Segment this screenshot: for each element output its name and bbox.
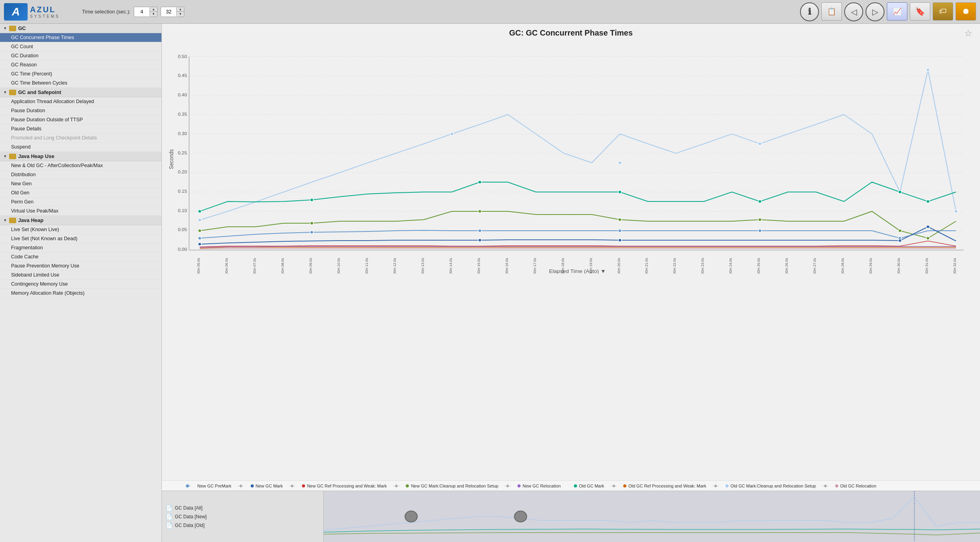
time-end-arrows: ▲ ▼	[177, 7, 184, 17]
legend-new-gc-relocation: New GC Relocation	[517, 483, 561, 488]
sidebar-item-distribution[interactable]: Distribution	[0, 170, 161, 179]
sidebar-item-memory-allocation[interactable]: Memory Allocation Rate (Objects)	[0, 289, 161, 298]
sidebar-group-gc-header[interactable]: ▼ GC	[0, 24, 161, 33]
legend-old-gc-mark: Old GC Mark	[573, 483, 604, 488]
sidebar-item-live-set-unknown[interactable]: Live Set (Not Known as Dead)	[0, 234, 161, 243]
legend-area: New GC PreMark -◆- New GC Mark -◆- New G…	[162, 480, 980, 491]
time-start-value: 4	[134, 8, 150, 16]
record-button[interactable]: ⏺	[956, 2, 976, 21]
svg-point-54	[618, 229, 622, 232]
svg-text:00h 00m 05.0s: 00h 00m 05.0s	[197, 258, 200, 274]
legend-label-old-gc-relocation: Old GC Relocation	[840, 484, 877, 488]
gc-folder-icon	[9, 26, 16, 31]
sidebar-item-gc-time-between[interactable]: GC Time Between Cycles	[0, 79, 161, 88]
gc-safepoint-folder-icon	[9, 90, 16, 95]
sidebar-item-gc-count[interactable]: GC Count	[0, 42, 161, 51]
sidebar-item-sideband[interactable]: Sideband Limited Use	[0, 271, 161, 280]
svg-text:0.35: 0.35	[178, 112, 187, 117]
sidebar-item-gc-time-percent[interactable]: GC Time (Percent)	[0, 70, 161, 79]
bottom-item-gc-new[interactable]: 📄 GC Data [New]	[166, 514, 319, 520]
legend-new-gc-mark: New GC Mark	[250, 483, 283, 488]
sidebar-item-fragmentation[interactable]: Fragmentation	[0, 243, 161, 252]
legend-label-new-gc-cleanup: New GC Mark:Cleanup and Relocation Setup	[411, 484, 498, 488]
bookmark2-button[interactable]: 🏷	[933, 2, 953, 21]
svg-text:00h 00m 29.0s: 00h 00m 29.0s	[869, 258, 873, 274]
x-axis-label: Elapsed Time (Auto) ▼	[549, 268, 606, 274]
bookmark-button[interactable]: 🔖	[910, 2, 930, 21]
legend-label-new-gc-mark: New GC Mark	[256, 484, 283, 488]
time-end-value: 32	[161, 8, 177, 16]
svg-point-84	[405, 511, 417, 522]
time-start-down[interactable]: ▼	[150, 12, 157, 17]
svg-point-59	[618, 239, 622, 242]
svg-text:00h 00m 30.0s: 00h 00m 30.0s	[897, 258, 901, 274]
top-bar: A AZUL SYSTEMS Time selection (sec.): 4 …	[0, 0, 980, 24]
sidebar-item-gc-duration[interactable]: GC Duration	[0, 51, 161, 60]
sidebar-group-gc-safepoint-header[interactable]: ▼ GC and Safepoint	[0, 88, 161, 97]
svg-text:00h 00m 17.0s: 00h 00m 17.0s	[532, 258, 536, 274]
sidebar-item-code-cache[interactable]: Code Cache	[0, 252, 161, 262]
chart-type-button[interactable]: 📈	[887, 2, 907, 21]
gc-safepoint-group-label: GC and Safepoint	[18, 89, 61, 95]
time-end-up[interactable]: ▲	[177, 7, 184, 12]
legend-label-new-gc-premark: New GC PreMark	[197, 484, 231, 488]
report-button[interactable]: 📋	[821, 2, 842, 21]
sidebar-item-gc-concurrent[interactable]: GC Concurrent Phase Times	[0, 33, 161, 42]
svg-text:00h 00m 24.0s: 00h 00m 24.0s	[729, 258, 733, 274]
bottom-item-gc-all[interactable]: 📄 GC Data [All]	[166, 505, 319, 511]
star-icon[interactable]: ☆	[964, 28, 972, 39]
time-end-input[interactable]: 32 ▲ ▼	[161, 7, 184, 17]
logo: A AZUL SYSTEMS	[4, 3, 60, 21]
svg-text:00h 00m 10.0s: 00h 00m 10.0s	[337, 258, 341, 274]
bottom-item-gc-old[interactable]: 📄 GC Data [Old]	[166, 522, 319, 529]
time-start-up[interactable]: ▲	[150, 7, 157, 12]
time-end-down[interactable]: ▼	[177, 12, 184, 17]
svg-point-61	[926, 225, 930, 228]
svg-point-52	[310, 231, 314, 234]
legend-new-gc-premark: New GC PreMark	[186, 483, 231, 488]
sidebar: ▼ GC GC Concurrent Phase Times GC Count …	[0, 24, 162, 542]
sidebar-item-perm-gen[interactable]: Perm Gen	[0, 198, 161, 207]
forward-button[interactable]: ▷	[866, 2, 884, 21]
svg-point-81	[954, 210, 958, 213]
sidebar-item-new-gen[interactable]: New Gen	[0, 179, 161, 188]
file-icon-gc-new: 📄	[166, 514, 172, 520]
info-button[interactable]: ℹ	[800, 2, 819, 21]
sidebar-item-pause-duration[interactable]: Pause Duration	[0, 106, 161, 115]
time-start-input[interactable]: 4 ▲ ▼	[134, 7, 157, 17]
logo-azul: AZUL	[30, 5, 60, 14]
sidebar-item-virtual-use[interactable]: Virtual Use Peak/Max	[0, 207, 161, 216]
sidebar-group-java-heap-use: ▼ Java Heap Use New & Old GC - AfterColl…	[0, 152, 161, 216]
java-heap-group-label: Java Heap	[18, 217, 43, 223]
svg-point-60	[898, 239, 902, 242]
sidebar-item-pause-duration-ttsp[interactable]: Pause Duration Outside of TTSP	[0, 115, 161, 124]
sidebar-item-pause-prevention[interactable]: Pause Prevention Memory Use	[0, 262, 161, 271]
line-new-gc-cleanup	[200, 211, 956, 238]
legend-label-old-gc-cleanup: Old GC Mark:Cleanup and Relocation Setup	[731, 484, 816, 488]
sidebar-item-suspend[interactable]: Suspend	[0, 143, 161, 152]
svg-text:0.45: 0.45	[178, 73, 187, 78]
line-old-gc-relocation	[200, 248, 956, 249]
svg-text:0.40: 0.40	[178, 92, 187, 97]
svg-text:0.10: 0.10	[178, 208, 187, 213]
legend-label-old-gc-ref: Old GC Ref Processing and Weak: Mark	[628, 484, 706, 488]
sidebar-group-java-heap-header[interactable]: ▼ Java Heap	[0, 216, 161, 225]
sidebar-item-live-set-known[interactable]: Live Set (Known Live)	[0, 225, 161, 234]
sidebar-item-contingency[interactable]: Contingency Memory Use	[0, 280, 161, 289]
svg-text:0.50: 0.50	[178, 54, 187, 59]
svg-text:00h 00m 27.0s: 00h 00m 27.0s	[813, 258, 817, 274]
sidebar-item-gc-reason[interactable]: GC Reason	[0, 60, 161, 70]
svg-point-53	[478, 229, 482, 232]
back-button[interactable]: ◁	[844, 2, 863, 21]
sidebar-item-app-thread[interactable]: Application Thread Allocation Delayed	[0, 97, 161, 106]
svg-text:00h 00m 28.0s: 00h 00m 28.0s	[841, 258, 845, 274]
svg-point-67	[898, 190, 902, 194]
sidebar-item-new-old-gc[interactable]: New & Old GC - AfterCollection/Peak/Max	[0, 161, 161, 170]
sidebar-item-old-gen[interactable]: Old Gen	[0, 188, 161, 198]
svg-point-69	[198, 229, 202, 232]
svg-text:00h 00m 09.0s: 00h 00m 09.0s	[309, 258, 313, 274]
sidebar-item-pause-details[interactable]: Pause Details	[0, 124, 161, 134]
sidebar-group-java-heap-use-header[interactable]: ▼ Java Heap Use	[0, 152, 161, 161]
line-new-gc-ref	[200, 241, 956, 247]
svg-text:0.15: 0.15	[178, 189, 187, 194]
